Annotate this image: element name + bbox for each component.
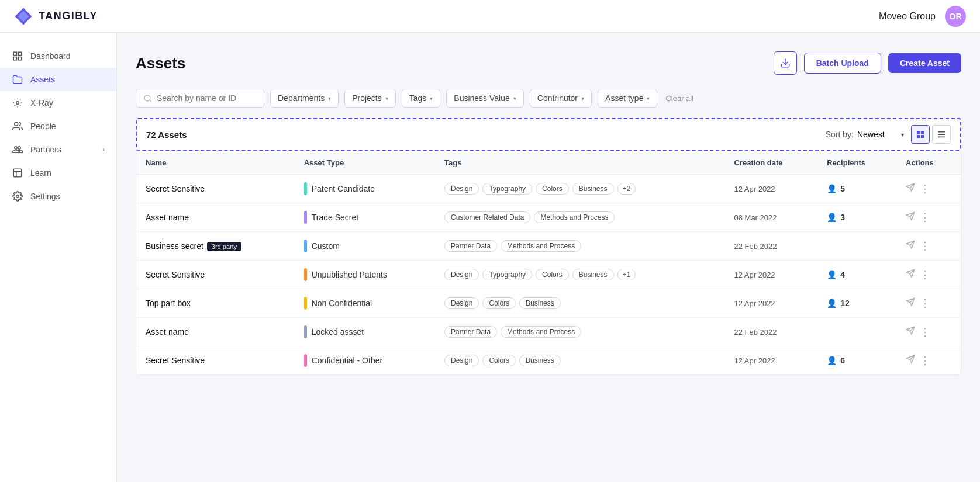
- actions-cell: ⋮: [896, 203, 961, 232]
- type-color-bar: [304, 268, 307, 281]
- projects-filter[interactable]: Projects ▾: [344, 89, 396, 108]
- more-actions-icon[interactable]: ⋮: [920, 182, 931, 195]
- type-color-bar: [304, 211, 307, 224]
- send-icon[interactable]: [906, 269, 915, 280]
- asset-type-cell: Non Confidential: [295, 289, 435, 318]
- chevron-down-icon: ▾: [581, 95, 584, 102]
- creation-date: 22 Feb 2022: [734, 328, 777, 337]
- people-icon: [12, 120, 23, 132]
- asset-type-cell: Custom: [295, 232, 435, 261]
- tag: Methods and Process: [501, 326, 581, 338]
- table-row: Asset name Trade Secret Customer Related…: [136, 203, 961, 232]
- avatar[interactable]: OR: [945, 6, 966, 27]
- business-value-filter[interactable]: Business Value ▾: [446, 89, 523, 108]
- type-name: Unpublished Patents: [312, 270, 387, 279]
- sidebar-item-partners[interactable]: Partners ›: [0, 138, 116, 161]
- recipients-cell: 👤12: [817, 289, 896, 318]
- sidebar-item-xray[interactable]: X-Ray: [0, 91, 116, 115]
- person-icon: 👤: [827, 299, 837, 308]
- person-icon: 👤: [827, 270, 837, 279]
- asset-name: Top part box: [146, 299, 191, 308]
- tags-cell: Partner DataMethods and Process: [435, 318, 724, 346]
- sort-by-label: Sort by:: [826, 130, 854, 139]
- asset-name-cell: Secret Sensitive: [136, 346, 295, 375]
- departments-filter[interactable]: Departments ▾: [270, 89, 339, 108]
- tag: Methods and Process: [501, 240, 581, 252]
- creation-date: 12 Apr 2022: [734, 299, 775, 308]
- type-color-bar: [304, 354, 307, 367]
- actions-cell: ⋮: [896, 318, 961, 346]
- creation-date: 22 Feb 2022: [734, 242, 777, 251]
- sidebar-item-settings[interactable]: Settings: [0, 185, 116, 208]
- svg-line-13: [149, 100, 151, 102]
- svg-rect-16: [917, 135, 920, 138]
- send-icon[interactable]: [906, 240, 915, 252]
- sidebar-item-label: Assets: [30, 75, 55, 84]
- sidebar-item-learn[interactable]: Learn: [0, 161, 116, 185]
- table-row: Asset name Locked assset Partner DataMet…: [136, 318, 961, 346]
- tag: Partner Data: [444, 240, 497, 252]
- type-color-bar: [304, 297, 307, 310]
- send-icon[interactable]: [906, 297, 915, 309]
- more-actions-icon[interactable]: ⋮: [920, 354, 931, 367]
- tags-filter[interactable]: Tags ▾: [402, 89, 441, 108]
- more-actions-icon[interactable]: ⋮: [920, 297, 931, 310]
- search-input-wrap[interactable]: [136, 89, 264, 108]
- tag: Design: [444, 269, 479, 280]
- learn-icon: [12, 167, 23, 179]
- recipient-count: 6: [840, 356, 845, 365]
- chevron-down-icon: ▾: [430, 95, 433, 102]
- asset-type-cell: Locked assset: [295, 318, 435, 346]
- recipients-cell: 👤6: [817, 346, 896, 375]
- table-row: Secret Sensitive Unpublished Patents Des…: [136, 261, 961, 289]
- sidebar-item-label: Learn: [30, 168, 51, 178]
- column-recipients: Recipients: [817, 151, 896, 175]
- tag: Colors: [482, 297, 516, 309]
- batch-upload-button[interactable]: Batch Upload: [804, 53, 881, 74]
- recipient-count: 3: [840, 213, 845, 222]
- grid-view-button[interactable]: [911, 125, 930, 144]
- send-icon[interactable]: [906, 183, 915, 195]
- logo-icon: [14, 7, 33, 26]
- sidebar-item-assets[interactable]: Assets: [0, 68, 116, 91]
- more-actions-icon[interactable]: ⋮: [920, 268, 931, 281]
- asset-type-filter[interactable]: Asset type ▾: [598, 89, 657, 108]
- tag: Design: [444, 355, 479, 366]
- more-actions-icon[interactable]: ⋮: [920, 211, 931, 224]
- creation-date: 12 Apr 2022: [734, 185, 775, 193]
- logo-text: TANGIBLY: [39, 10, 98, 22]
- actions-cell: ⋮: [896, 175, 961, 203]
- asset-name: Secret Sensitive: [146, 270, 205, 279]
- company-name: Moveo Group: [879, 11, 936, 22]
- more-actions-icon[interactable]: ⋮: [920, 240, 931, 252]
- badge-3rd-party: 3rd party: [207, 242, 241, 251]
- send-icon[interactable]: [906, 355, 915, 366]
- download-button[interactable]: [774, 51, 797, 75]
- sidebar-item-label: Settings: [30, 192, 60, 201]
- recipient-count: 5: [840, 184, 845, 193]
- asset-type-cell: Confidential - Other: [295, 346, 435, 375]
- sidebar-item-people[interactable]: People: [0, 115, 116, 138]
- search-input[interactable]: [157, 93, 250, 103]
- svg-rect-4: [19, 57, 22, 60]
- column-name: Name: [136, 151, 295, 175]
- view-buttons: [911, 125, 951, 144]
- list-view-button[interactable]: [932, 125, 951, 144]
- tag: Colors: [482, 355, 516, 366]
- sidebar-item-dashboard[interactable]: Dashboard: [0, 44, 116, 68]
- recipient-count: 12: [840, 299, 850, 308]
- send-icon[interactable]: [906, 326, 915, 338]
- contributor-filter[interactable]: Contrinutor ▾: [530, 89, 592, 108]
- send-icon[interactable]: [906, 211, 915, 223]
- partners-icon: [12, 144, 23, 155]
- more-actions-icon[interactable]: ⋮: [920, 325, 931, 338]
- asset-name-cell: Asset name: [136, 318, 295, 346]
- actions-cell: ⋮: [896, 289, 961, 318]
- clear-all-button[interactable]: Clear all: [665, 94, 693, 103]
- create-asset-button[interactable]: Create Asset: [888, 53, 961, 73]
- tags-cell: DesignColorsBusiness: [435, 346, 724, 375]
- sort-select[interactable]: Newest Oldest Name A-Z Name Z-A: [857, 130, 904, 139]
- column-actions: Actions: [896, 151, 961, 175]
- type-name: Locked assset: [312, 327, 364, 337]
- asset-name-cell: Top part box: [136, 289, 295, 318]
